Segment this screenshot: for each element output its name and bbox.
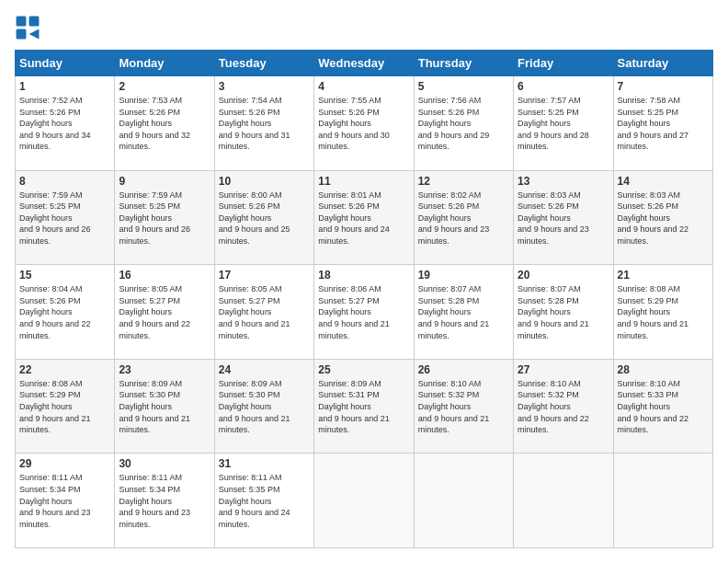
calendar-cell: 9Sunrise: 7:59 AMSunset: 5:25 PMDaylight… [115,170,214,265]
calendar-cell: 8Sunrise: 7:59 AMSunset: 5:25 PMDaylight… [16,170,115,265]
calendar-week-4: 29Sunrise: 8:11 AMSunset: 5:34 PMDayligh… [16,454,713,548]
day-number: 6 [518,80,609,93]
day-info: Sunrise: 8:09 AMSunset: 5:30 PMDaylight … [119,378,210,436]
day-info: Sunrise: 8:06 AMSunset: 5:27 PMDaylight … [318,283,409,341]
day-number: 9 [119,175,210,188]
day-info: Sunrise: 8:11 AMSunset: 5:34 PMDaylight … [119,472,210,530]
day-number: 27 [518,363,609,376]
day-info: Sunrise: 7:59 AMSunset: 5:25 PMDaylight … [119,190,210,247]
day-info: Sunrise: 8:10 AMSunset: 5:33 PMDaylight … [618,378,709,436]
day-info: Sunrise: 7:59 AMSunset: 5:25 PMDaylight … [19,190,110,247]
day-info: Sunrise: 8:01 AMSunset: 5:26 PMDaylight … [318,190,409,247]
calendar-cell: 6Sunrise: 7:57 AMSunset: 5:25 PMDaylight… [514,76,613,171]
day-info: Sunrise: 7:54 AMSunset: 5:26 PMDaylight … [219,95,310,153]
day-number: 25 [318,363,409,376]
calendar-cell: 13Sunrise: 8:03 AMSunset: 5:26 PMDayligh… [514,170,613,265]
calendar-table: SundayMondayTuesdayWednesdayThursdayFrid… [15,50,713,548]
calendar-cell: 31Sunrise: 8:11 AMSunset: 5:35 PMDayligh… [214,454,313,548]
day-number: 1 [19,80,110,93]
calendar-cell: 1Sunrise: 7:52 AMSunset: 5:26 PMDaylight… [16,76,115,171]
day-info: Sunrise: 7:56 AMSunset: 5:26 PMDaylight … [418,95,509,153]
calendar-cell: 27Sunrise: 8:10 AMSunset: 5:32 PMDayligh… [514,359,613,454]
day-number: 18 [318,269,409,282]
svg-rect-2 [17,29,27,40]
day-info: Sunrise: 8:09 AMSunset: 5:31 PMDaylight … [318,378,409,436]
weekday-header-thursday: Thursday [414,51,513,76]
day-info: Sunrise: 8:00 AMSunset: 5:26 PMDaylight … [219,190,310,247]
calendar-cell: 18Sunrise: 8:06 AMSunset: 5:27 PMDayligh… [314,265,414,360]
day-number: 2 [119,80,210,93]
day-info: Sunrise: 8:10 AMSunset: 5:32 PMDaylight … [518,378,609,436]
calendar-cell: 11Sunrise: 8:01 AMSunset: 5:26 PMDayligh… [314,170,414,265]
logo-icon [15,15,40,40]
calendar-cell: 24Sunrise: 8:09 AMSunset: 5:30 PMDayligh… [214,359,313,454]
calendar-cell: 5Sunrise: 7:56 AMSunset: 5:26 PMDaylight… [414,76,513,171]
day-info: Sunrise: 7:57 AMSunset: 5:25 PMDaylight … [518,95,609,153]
day-number: 13 [518,175,609,188]
day-info: Sunrise: 8:11 AMSunset: 5:34 PMDaylight … [19,472,110,530]
day-info: Sunrise: 7:58 AMSunset: 5:25 PMDaylight … [618,95,709,153]
calendar-cell: 3Sunrise: 7:54 AMSunset: 5:26 PMDaylight… [214,76,313,171]
svg-rect-1 [29,17,40,27]
day-number: 3 [219,80,310,93]
calendar-cell: 28Sunrise: 8:10 AMSunset: 5:33 PMDayligh… [613,359,712,454]
calendar-cell: 7Sunrise: 7:58 AMSunset: 5:25 PMDaylight… [613,76,712,171]
day-number: 20 [518,269,609,282]
weekday-header-sunday: Sunday [16,51,115,76]
day-number: 7 [618,80,709,93]
calendar-cell: 10Sunrise: 8:00 AMSunset: 5:26 PMDayligh… [214,170,313,265]
weekday-header-monday: Monday [115,51,214,76]
calendar-cell [414,454,513,548]
calendar-cell: 17Sunrise: 8:05 AMSunset: 5:27 PMDayligh… [214,265,313,360]
day-info: Sunrise: 8:11 AMSunset: 5:35 PMDaylight … [219,472,310,530]
weekday-header-row: SundayMondayTuesdayWednesdayThursdayFrid… [16,51,713,76]
day-info: Sunrise: 8:08 AMSunset: 5:29 PMDaylight … [19,378,110,436]
day-number: 11 [318,175,409,188]
day-number: 14 [618,175,709,188]
calendar-cell: 2Sunrise: 7:53 AMSunset: 5:26 PMDaylight… [115,76,214,171]
day-info: Sunrise: 8:10 AMSunset: 5:32 PMDaylight … [418,378,509,436]
day-number: 22 [19,363,110,376]
day-number: 31 [219,457,310,470]
day-number: 29 [19,457,110,470]
day-info: Sunrise: 7:55 AMSunset: 5:26 PMDaylight … [318,95,409,153]
day-info: Sunrise: 8:09 AMSunset: 5:30 PMDaylight … [219,378,310,436]
calendar-cell: 20Sunrise: 8:07 AMSunset: 5:28 PMDayligh… [514,265,613,360]
calendar-cell: 25Sunrise: 8:09 AMSunset: 5:31 PMDayligh… [314,359,414,454]
day-info: Sunrise: 8:03 AMSunset: 5:26 PMDaylight … [618,190,709,247]
day-info: Sunrise: 8:08 AMSunset: 5:29 PMDaylight … [618,283,709,341]
day-info: Sunrise: 7:53 AMSunset: 5:26 PMDaylight … [119,95,210,153]
day-number: 26 [418,363,509,376]
calendar-week-0: 1Sunrise: 7:52 AMSunset: 5:26 PMDaylight… [16,76,713,171]
day-number: 21 [618,269,709,282]
day-number: 4 [318,80,409,93]
calendar-cell: 16Sunrise: 8:05 AMSunset: 5:27 PMDayligh… [115,265,214,360]
day-info: Sunrise: 8:02 AMSunset: 5:26 PMDaylight … [418,190,509,247]
calendar-cell [613,454,712,548]
weekday-header-tuesday: Tuesday [214,51,313,76]
svg-marker-3 [29,29,40,40]
weekday-header-wednesday: Wednesday [314,51,414,76]
day-number: 12 [418,175,509,188]
calendar-week-2: 15Sunrise: 8:04 AMSunset: 5:26 PMDayligh… [16,265,713,360]
calendar-cell: 14Sunrise: 8:03 AMSunset: 5:26 PMDayligh… [613,170,712,265]
weekday-header-friday: Friday [514,51,613,76]
day-info: Sunrise: 8:04 AMSunset: 5:26 PMDaylight … [19,283,110,341]
calendar-cell: 29Sunrise: 8:11 AMSunset: 5:34 PMDayligh… [16,454,115,548]
weekday-header-saturday: Saturday [613,51,712,76]
day-number: 17 [219,269,310,282]
header [15,15,713,40]
calendar-cell: 12Sunrise: 8:02 AMSunset: 5:26 PMDayligh… [414,170,513,265]
day-info: Sunrise: 8:05 AMSunset: 5:27 PMDaylight … [219,283,310,341]
calendar-cell: 21Sunrise: 8:08 AMSunset: 5:29 PMDayligh… [613,265,712,360]
day-number: 23 [119,363,210,376]
day-number: 5 [418,80,509,93]
calendar-cell: 30Sunrise: 8:11 AMSunset: 5:34 PMDayligh… [115,454,214,548]
svg-rect-0 [17,17,27,27]
calendar-cell: 26Sunrise: 8:10 AMSunset: 5:32 PMDayligh… [414,359,513,454]
calendar-week-3: 22Sunrise: 8:08 AMSunset: 5:29 PMDayligh… [16,359,713,454]
day-info: Sunrise: 8:07 AMSunset: 5:28 PMDaylight … [518,283,609,341]
day-number: 28 [618,363,709,376]
day-number: 24 [219,363,310,376]
calendar-week-1: 8Sunrise: 7:59 AMSunset: 5:25 PMDaylight… [16,170,713,265]
